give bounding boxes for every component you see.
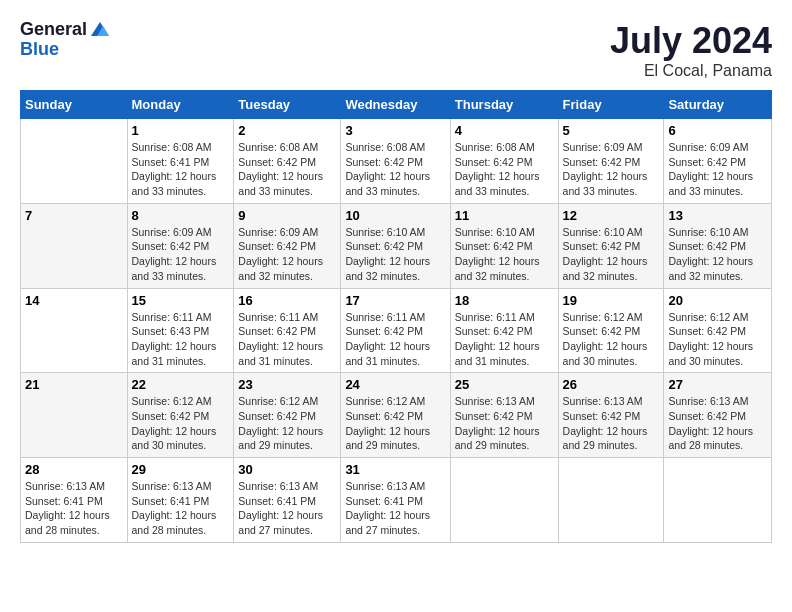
calendar-cell: 16Sunrise: 6:11 AM Sunset: 6:42 PM Dayli… xyxy=(234,288,341,373)
day-info: Sunrise: 6:12 AM Sunset: 6:42 PM Dayligh… xyxy=(132,394,230,453)
calendar-cell xyxy=(664,458,772,543)
day-number: 18 xyxy=(455,293,554,308)
calendar-cell: 19Sunrise: 6:12 AM Sunset: 6:42 PM Dayli… xyxy=(558,288,664,373)
calendar-cell: 23Sunrise: 6:12 AM Sunset: 6:42 PM Dayli… xyxy=(234,373,341,458)
subtitle: El Cocal, Panama xyxy=(610,62,772,80)
calendar-cell: 2Sunrise: 6:08 AM Sunset: 6:42 PM Daylig… xyxy=(234,119,341,204)
day-info: Sunrise: 6:12 AM Sunset: 6:42 PM Dayligh… xyxy=(345,394,445,453)
day-info: Sunrise: 6:09 AM Sunset: 6:42 PM Dayligh… xyxy=(668,140,767,199)
day-number: 21 xyxy=(25,377,123,392)
day-number: 31 xyxy=(345,462,445,477)
logo-icon xyxy=(89,20,111,38)
day-number: 30 xyxy=(238,462,336,477)
day-number: 26 xyxy=(563,377,660,392)
page-header: General Blue July 2024 El Cocal, Panama xyxy=(20,20,772,80)
calendar-cell: 28Sunrise: 6:13 AM Sunset: 6:41 PM Dayli… xyxy=(21,458,128,543)
day-number: 9 xyxy=(238,208,336,223)
calendar-cell: 18Sunrise: 6:11 AM Sunset: 6:42 PM Dayli… xyxy=(450,288,558,373)
calendar-week-2: 78Sunrise: 6:09 AM Sunset: 6:42 PM Dayli… xyxy=(21,203,772,288)
day-info: Sunrise: 6:10 AM Sunset: 6:42 PM Dayligh… xyxy=(563,225,660,284)
day-info: Sunrise: 6:08 AM Sunset: 6:42 PM Dayligh… xyxy=(455,140,554,199)
day-number: 27 xyxy=(668,377,767,392)
main-title: July 2024 xyxy=(610,20,772,62)
calendar-cell xyxy=(21,119,128,204)
day-number: 12 xyxy=(563,208,660,223)
day-number: 28 xyxy=(25,462,123,477)
day-number: 25 xyxy=(455,377,554,392)
calendar-cell xyxy=(558,458,664,543)
calendar-cell: 7 xyxy=(21,203,128,288)
calendar-cell: 10Sunrise: 6:10 AM Sunset: 6:42 PM Dayli… xyxy=(341,203,450,288)
calendar-cell: 5Sunrise: 6:09 AM Sunset: 6:42 PM Daylig… xyxy=(558,119,664,204)
calendar-cell: 3Sunrise: 6:08 AM Sunset: 6:42 PM Daylig… xyxy=(341,119,450,204)
calendar-cell: 12Sunrise: 6:10 AM Sunset: 6:42 PM Dayli… xyxy=(558,203,664,288)
day-number: 17 xyxy=(345,293,445,308)
day-number: 24 xyxy=(345,377,445,392)
day-number: 7 xyxy=(25,208,123,223)
title-section: July 2024 El Cocal, Panama xyxy=(610,20,772,80)
day-number: 1 xyxy=(132,123,230,138)
day-info: Sunrise: 6:13 AM Sunset: 6:42 PM Dayligh… xyxy=(563,394,660,453)
calendar-cell: 24Sunrise: 6:12 AM Sunset: 6:42 PM Dayli… xyxy=(341,373,450,458)
day-number: 10 xyxy=(345,208,445,223)
day-number: 8 xyxy=(132,208,230,223)
day-number: 4 xyxy=(455,123,554,138)
calendar-header-row: SundayMondayTuesdayWednesdayThursdayFrid… xyxy=(21,91,772,119)
day-info: Sunrise: 6:11 AM Sunset: 6:43 PM Dayligh… xyxy=(132,310,230,369)
day-number: 22 xyxy=(132,377,230,392)
calendar-cell: 6Sunrise: 6:09 AM Sunset: 6:42 PM Daylig… xyxy=(664,119,772,204)
calendar-cell xyxy=(450,458,558,543)
day-info: Sunrise: 6:08 AM Sunset: 6:42 PM Dayligh… xyxy=(345,140,445,199)
calendar-cell: 17Sunrise: 6:11 AM Sunset: 6:42 PM Dayli… xyxy=(341,288,450,373)
calendar-week-4: 2122Sunrise: 6:12 AM Sunset: 6:42 PM Day… xyxy=(21,373,772,458)
calendar-cell: 13Sunrise: 6:10 AM Sunset: 6:42 PM Dayli… xyxy=(664,203,772,288)
day-number: 15 xyxy=(132,293,230,308)
day-info: Sunrise: 6:11 AM Sunset: 6:42 PM Dayligh… xyxy=(238,310,336,369)
calendar-table: SundayMondayTuesdayWednesdayThursdayFrid… xyxy=(20,90,772,543)
day-info: Sunrise: 6:09 AM Sunset: 6:42 PM Dayligh… xyxy=(238,225,336,284)
day-info: Sunrise: 6:13 AM Sunset: 6:41 PM Dayligh… xyxy=(25,479,123,538)
header-tuesday: Tuesday xyxy=(234,91,341,119)
day-number: 16 xyxy=(238,293,336,308)
day-number: 14 xyxy=(25,293,123,308)
calendar-cell: 20Sunrise: 6:12 AM Sunset: 6:42 PM Dayli… xyxy=(664,288,772,373)
calendar-cell: 22Sunrise: 6:12 AM Sunset: 6:42 PM Dayli… xyxy=(127,373,234,458)
logo: General Blue xyxy=(20,20,111,60)
day-number: 3 xyxy=(345,123,445,138)
day-number: 29 xyxy=(132,462,230,477)
day-info: Sunrise: 6:13 AM Sunset: 6:41 PM Dayligh… xyxy=(345,479,445,538)
day-number: 20 xyxy=(668,293,767,308)
day-info: Sunrise: 6:08 AM Sunset: 6:42 PM Dayligh… xyxy=(238,140,336,199)
day-number: 13 xyxy=(668,208,767,223)
day-number: 11 xyxy=(455,208,554,223)
calendar-week-3: 1415Sunrise: 6:11 AM Sunset: 6:43 PM Day… xyxy=(21,288,772,373)
calendar-cell: 8Sunrise: 6:09 AM Sunset: 6:42 PM Daylig… xyxy=(127,203,234,288)
day-number: 23 xyxy=(238,377,336,392)
day-info: Sunrise: 6:11 AM Sunset: 6:42 PM Dayligh… xyxy=(345,310,445,369)
calendar-week-5: 28Sunrise: 6:13 AM Sunset: 6:41 PM Dayli… xyxy=(21,458,772,543)
calendar-week-1: 1Sunrise: 6:08 AM Sunset: 6:41 PM Daylig… xyxy=(21,119,772,204)
day-info: Sunrise: 6:08 AM Sunset: 6:41 PM Dayligh… xyxy=(132,140,230,199)
day-info: Sunrise: 6:13 AM Sunset: 6:41 PM Dayligh… xyxy=(132,479,230,538)
calendar-cell: 14 xyxy=(21,288,128,373)
calendar-cell: 27Sunrise: 6:13 AM Sunset: 6:42 PM Dayli… xyxy=(664,373,772,458)
day-info: Sunrise: 6:09 AM Sunset: 6:42 PM Dayligh… xyxy=(132,225,230,284)
day-info: Sunrise: 6:12 AM Sunset: 6:42 PM Dayligh… xyxy=(668,310,767,369)
day-info: Sunrise: 6:12 AM Sunset: 6:42 PM Dayligh… xyxy=(563,310,660,369)
day-number: 6 xyxy=(668,123,767,138)
day-info: Sunrise: 6:12 AM Sunset: 6:42 PM Dayligh… xyxy=(238,394,336,453)
calendar-cell: 9Sunrise: 6:09 AM Sunset: 6:42 PM Daylig… xyxy=(234,203,341,288)
day-info: Sunrise: 6:13 AM Sunset: 6:42 PM Dayligh… xyxy=(668,394,767,453)
calendar-cell: 29Sunrise: 6:13 AM Sunset: 6:41 PM Dayli… xyxy=(127,458,234,543)
header-monday: Monday xyxy=(127,91,234,119)
calendar-cell: 25Sunrise: 6:13 AM Sunset: 6:42 PM Dayli… xyxy=(450,373,558,458)
calendar-cell: 30Sunrise: 6:13 AM Sunset: 6:41 PM Dayli… xyxy=(234,458,341,543)
calendar-cell: 31Sunrise: 6:13 AM Sunset: 6:41 PM Dayli… xyxy=(341,458,450,543)
day-info: Sunrise: 6:10 AM Sunset: 6:42 PM Dayligh… xyxy=(668,225,767,284)
calendar-cell: 21 xyxy=(21,373,128,458)
calendar-cell: 15Sunrise: 6:11 AM Sunset: 6:43 PM Dayli… xyxy=(127,288,234,373)
day-number: 2 xyxy=(238,123,336,138)
calendar-cell: 1Sunrise: 6:08 AM Sunset: 6:41 PM Daylig… xyxy=(127,119,234,204)
header-thursday: Thursday xyxy=(450,91,558,119)
day-info: Sunrise: 6:13 AM Sunset: 6:42 PM Dayligh… xyxy=(455,394,554,453)
